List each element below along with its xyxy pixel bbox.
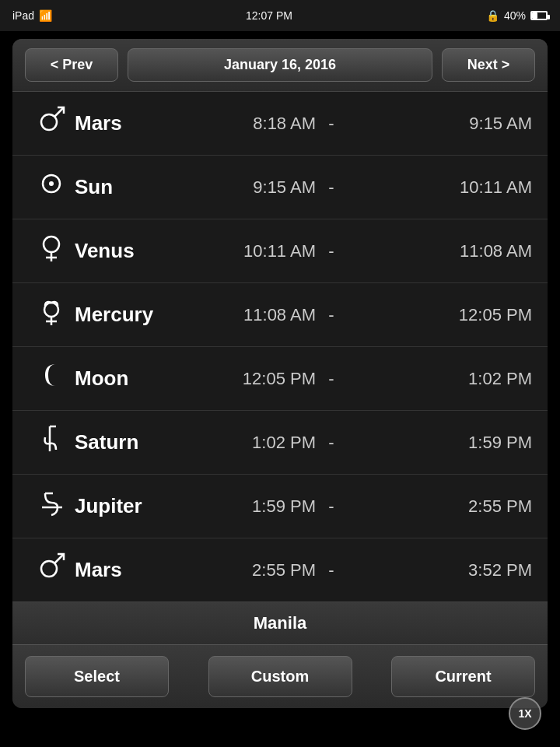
svg-point-14	[41, 561, 57, 577]
planet-start-venus: 10:11 AM	[199, 241, 316, 261]
planet-start-mars1: 8:18 AM	[199, 114, 316, 134]
table-row: Sun 9:15 AM - 10:11 AM	[12, 156, 548, 219]
planets-list: Mars 8:18 AM - 9:15 AM Sun 9:15 AM - 10:…	[12, 92, 548, 601]
planet-name-mars1: Mars	[75, 111, 199, 135]
table-row: Saturn 1:02 PM - 1:59 PM	[12, 411, 548, 475]
dash-jupiter: -	[316, 496, 347, 517]
date-display: January 16, 2016	[128, 48, 432, 82]
venus-symbol	[28, 230, 75, 272]
planet-end-mars1: 9:15 AM	[347, 114, 532, 134]
svg-point-3	[49, 181, 54, 186]
planet-start-mercury: 11:08 AM	[199, 305, 316, 325]
svg-point-4	[44, 237, 59, 252]
status-right: 🔒 40%	[486, 9, 548, 22]
planet-start-moon: 12:05 PM	[199, 369, 316, 389]
sun-symbol	[28, 167, 75, 208]
planet-name-saturn: Saturn	[75, 430, 199, 454]
planet-start-sun: 9:15 AM	[199, 177, 316, 198]
mars-symbol-1	[28, 103, 75, 144]
planet-name-mercury: Mercury	[75, 303, 199, 327]
planet-name-sun: Sun	[75, 175, 199, 199]
planet-start-saturn: 1:02 PM	[199, 433, 316, 453]
planet-start-mars2: 2:55 PM	[199, 560, 316, 580]
current-button[interactable]: Current	[391, 656, 535, 697]
device-label: iPad	[12, 9, 34, 22]
status-time: 12:07 PM	[246, 9, 292, 22]
status-left: iPad 📶	[12, 9, 52, 22]
custom-button[interactable]: Custom	[208, 656, 352, 697]
planet-end-sun: 10:11 AM	[347, 177, 532, 198]
battery-percent: 40%	[504, 9, 526, 22]
planet-name-jupiter: Jupiter	[75, 494, 199, 518]
location-bar: Manila	[12, 601, 548, 644]
moon-symbol	[28, 358, 75, 399]
planet-end-mars2: 3:52 PM	[347, 560, 532, 580]
zoom-badge[interactable]: 1X	[509, 697, 541, 730]
planet-start-jupiter: 1:59 PM	[199, 496, 316, 517]
battery-icon	[530, 11, 548, 20]
svg-line-1	[55, 107, 65, 117]
lock-icon: 🔒	[486, 9, 499, 22]
table-row: Mars 2:55 PM - 3:52 PM	[12, 538, 548, 601]
planet-name-moon: Moon	[75, 366, 199, 391]
table-row: Mars 8:18 AM - 9:15 AM	[12, 92, 548, 156]
jupiter-symbol	[28, 486, 75, 527]
planet-name-mars2: Mars	[75, 558, 199, 582]
next-button[interactable]: Next >	[442, 48, 535, 82]
dash-moon: -	[316, 369, 347, 389]
table-row: Mercury 11:08 AM - 12:05 PM	[12, 283, 548, 347]
planet-end-venus: 11:08 AM	[347, 241, 532, 261]
bottom-bar: Select Custom Current	[12, 644, 548, 708]
dash-venus: -	[316, 241, 347, 261]
svg-line-15	[55, 554, 65, 563]
table-row: Jupiter 1:59 PM - 2:55 PM	[12, 475, 548, 538]
saturn-symbol	[28, 422, 75, 463]
prev-button[interactable]: < Prev	[25, 48, 118, 82]
wifi-icon: 📶	[39, 9, 52, 22]
dash-mars2: -	[316, 560, 347, 580]
table-row: Venus 10:11 AM - 11:08 AM	[12, 219, 548, 283]
dash-mars1: -	[316, 114, 347, 134]
svg-point-0	[41, 114, 57, 130]
status-bar: iPad 📶 12:07 PM 🔒 40%	[0, 0, 560, 31]
table-row: Moon 12:05 PM - 1:02 PM	[12, 347, 548, 411]
select-button[interactable]: Select	[25, 656, 169, 697]
dash-saturn: -	[316, 433, 347, 453]
main-container: < Prev January 16, 2016 Next > Mars 8:18…	[12, 39, 548, 708]
mercury-symbol	[28, 294, 75, 335]
planet-end-moon: 1:02 PM	[347, 369, 532, 389]
dash-sun: -	[316, 177, 347, 198]
planet-end-mercury: 12:05 PM	[347, 305, 532, 325]
planet-end-jupiter: 2:55 PM	[347, 496, 532, 517]
planet-end-saturn: 1:59 PM	[347, 433, 532, 453]
dash-mercury: -	[316, 305, 347, 325]
svg-point-7	[44, 303, 58, 317]
header-nav: < Prev January 16, 2016 Next >	[12, 39, 548, 92]
mars-symbol-2	[28, 549, 75, 591]
planet-name-venus: Venus	[75, 239, 199, 263]
